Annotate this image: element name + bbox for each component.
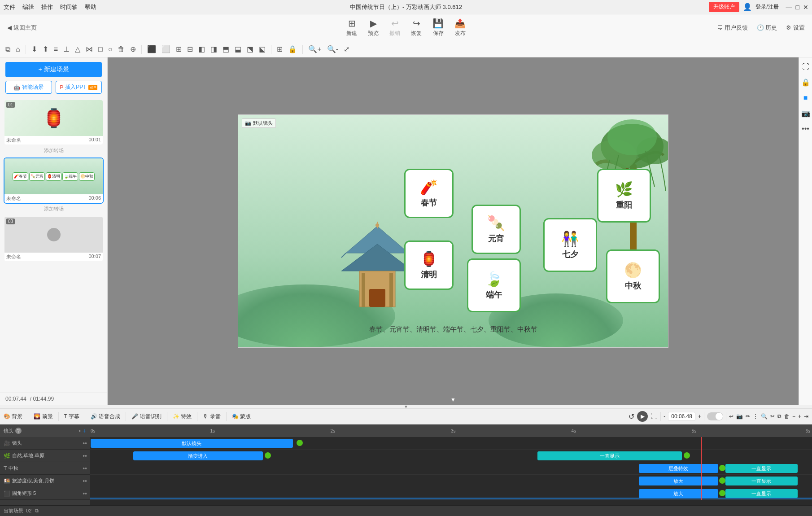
zoom-in-tl[interactable]: + [698,413,701,420]
tts-button[interactable]: 🔊 语音合成 [91,413,120,420]
rect-block-always[interactable]: 一直显示 [725,489,798,498]
history-button[interactable]: 🕐 历史 [757,24,777,32]
subtitle-button[interactable]: T 字幕 [64,413,79,420]
camera-track-dots[interactable]: • • [83,440,86,447]
right-screenshot-icon[interactable]: 📷 [799,107,812,119]
effects-button[interactable]: ✨ 特效 [173,413,192,420]
screenshot-tl-icon[interactable]: 📷 [736,413,743,420]
smart-scene-button[interactable]: 🤖 智能场景 [5,81,52,94]
loop-icon[interactable]: ↩ [729,413,733,420]
new-scene-button[interactable]: + 新建场景 [5,62,102,77]
food-block-always[interactable]: 一直显示 [725,477,798,485]
add-transition-1[interactable]: 添加转场 [4,145,104,156]
keyframe-2[interactable] [265,452,271,459]
fit-icon[interactable]: ⤢ [342,44,351,54]
nature-block-always[interactable]: 一直显示 [537,451,682,460]
redo-tool[interactable]: ↪ 恢复 [411,18,422,37]
zhongqiu-block-effect[interactable]: 层叠特效 [639,464,718,473]
festival-card-qixi[interactable]: 👫 七夕 [543,218,597,272]
right-lock-icon[interactable]: 🔒 [799,76,812,88]
add-transition-2[interactable]: 添加转场 [4,204,104,214]
more-align-icon[interactable]: ⊞ [275,44,284,54]
menu-file[interactable]: 文件 [4,3,15,11]
zoom-out-icon[interactable]: 🔍- [325,44,340,54]
festival-card-chunjie[interactable]: 🧨 春节 [404,169,454,218]
insert-ppt-button[interactable]: P 插入PPT VIP [56,81,102,94]
minimize-button[interactable]: — [786,4,792,11]
menu-edit[interactable]: 编辑 [22,3,34,11]
festival-card-zhongyang[interactable]: 🌿 重阳 [597,169,651,223]
circle-icon[interactable]: ○ [106,44,114,54]
food-track-dots[interactable]: • • [83,477,86,485]
toggle-switch[interactable] [707,412,723,420]
rect-block-zoom[interactable]: 放大 [639,489,718,498]
right-more-icon[interactable]: ••• [800,123,811,135]
rewind-button[interactable]: ↺ [629,412,634,421]
festival-card-zhongqiu[interactable]: 🌕 中秋 [606,249,660,303]
right-blue-rect[interactable]: ■ [802,92,810,104]
halign-icon[interactable]: ⬛ [145,44,158,54]
undo-tool[interactable]: ↩ 撤销 [389,18,400,37]
mask-button[interactable]: 🎭 蒙版 [232,413,251,420]
menu-timeline[interactable]: 时间轴 [60,3,78,11]
more-tl-icon[interactable]: ⋮ [753,413,758,420]
menu-help[interactable]: 帮助 [85,3,96,11]
lock-icon[interactable]: 🔒 [286,44,299,54]
fullscreen-button[interactable]: ⛶ [800,61,811,73]
rect-icon[interactable]: □ [96,44,105,54]
festival-card-qingming[interactable]: 🏮 清明 [404,241,454,290]
delete-tl-icon[interactable]: 🗑 [784,413,790,420]
collapse-handle[interactable]: ▼ [0,405,812,408]
new-tool[interactable]: ⊞ 新建 [346,18,357,37]
scroll-indicator[interactable]: ▼ [450,397,456,403]
track-settings-icon[interactable]: • [79,428,81,433]
align-hcenter-icon[interactable]: ⬔ [245,44,255,54]
keyframe-3[interactable] [684,452,690,459]
spread-icon[interactable]: ⊞ [174,44,183,54]
maximize-button[interactable]: □ [796,4,799,11]
rect-track-dots[interactable]: • • [83,490,86,497]
keyframe-6[interactable] [719,490,725,496]
merge-icon[interactable]: ⋈ [84,44,95,54]
align-left-icon[interactable]: ◧ [196,44,207,54]
valign-icon[interactable]: ⬜ [160,44,172,54]
align-center-icon[interactable]: ≡ [52,44,60,54]
plus-tl-icon[interactable]: + [798,413,801,420]
home-icon[interactable]: ⌂ [14,44,22,54]
zoom-out-tl[interactable]: - [664,413,665,420]
delete-icon[interactable]: 🗑 [116,44,127,54]
festival-card-duanwu[interactable]: 🍃 端午 [467,258,521,312]
zoom-in-icon[interactable]: 🔍+ [306,44,323,54]
align-down-icon[interactable]: ⬇ [30,44,39,54]
zhongqiu-track-dots[interactable]: • • [83,465,86,472]
canvas[interactable]: 📷 默认镜头 [238,114,668,348]
copy-icon[interactable]: ⧉ [4,44,12,54]
nature-track-dots[interactable]: • • [83,452,86,459]
food-block-zoom[interactable]: 放大 [639,477,718,485]
copy2-icon[interactable]: ⊕ [128,44,138,54]
nature-block-fadein[interactable]: 渐变进入 [133,451,263,460]
split-icon[interactable]: ✂ [770,413,775,420]
help-icon[interactable]: ? [15,428,22,434]
close-button[interactable]: ✕ [803,4,808,11]
edit-tl-icon[interactable]: ✏ [746,413,750,420]
fullscreen-btn[interactable]: ⛶ [650,412,658,420]
bg-button[interactable]: 🎨 背景 [4,413,22,420]
preview-tool[interactable]: ▶ 预览 [368,18,379,37]
record-button[interactable]: 🎙 录音 [203,413,220,420]
track-add-icon[interactable]: + [83,427,86,434]
zhongqiu-block-always[interactable]: 一直显示 [725,464,798,473]
keyframe-1[interactable] [297,440,303,446]
fg-button[interactable]: 🌄 前景 [34,413,52,420]
asr-button[interactable]: 🎤 语音识别 [131,413,161,420]
copy-status-icon[interactable]: ⧉ [35,508,39,514]
minus-tl-icon[interactable]: − [792,413,795,420]
filter-icon[interactable]: 🔍 [761,413,768,420]
publish-tool[interactable]: 📤 发布 [454,18,466,37]
back-home-button[interactable]: ◀ 返回主页 [7,24,37,32]
align-bot2-icon[interactable]: ⬓ [233,44,243,54]
login-button[interactable]: 登录/注册 [755,3,778,11]
copy-tl-icon[interactable]: ⧉ [777,413,781,420]
play-button[interactable]: ▶ [637,411,648,422]
triangle-icon[interactable]: △ [73,44,82,54]
